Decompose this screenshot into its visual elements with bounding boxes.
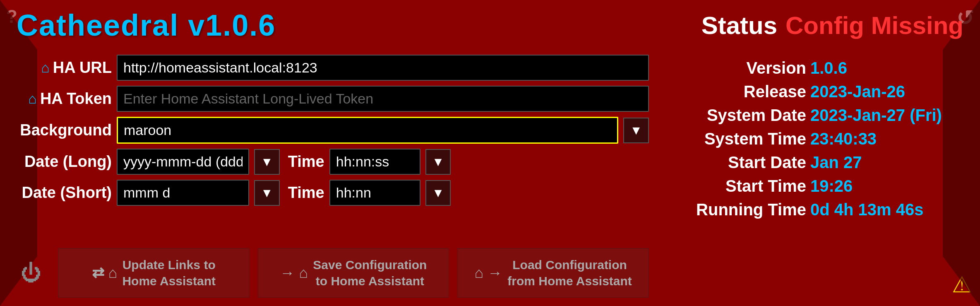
time-1-dropdown[interactable]: ▼ — [425, 149, 451, 175]
status-version-row: Version 1.0.6 — [674, 59, 963, 77]
start-time-value: 19:26 — [810, 177, 853, 195]
ha-token-row: ⌂ HA Token — [17, 86, 649, 112]
system-date-value: 2023-Jan-27 (Fri) — [810, 106, 942, 125]
ha-url-row: ⌂ HA URL — [17, 55, 649, 81]
title-row: Catheedral v1.0.6 Status Config Missing — [17, 8, 963, 42]
start-time-key: Start Time — [674, 177, 806, 195]
background-dropdown[interactable]: ▼ — [623, 118, 649, 143]
time-label-1: Time — [288, 153, 324, 171]
system-time-key: System Time — [674, 130, 806, 148]
background-label: Background — [17, 121, 112, 139]
update-links-icon: ⇄ ⌂ — [92, 264, 118, 282]
ha-token-input[interactable] — [117, 86, 649, 112]
time-2-input[interactable] — [329, 180, 420, 206]
date-short-row: Date (Short) ▼ Time ▼ — [17, 180, 649, 206]
ha-token-label: ⌂ HA Token — [17, 90, 112, 108]
system-time-value: 23:40:33 — [810, 130, 877, 148]
status-section: Status Config Missing — [701, 11, 963, 40]
date-short-dropdown[interactable]: ▼ — [254, 180, 280, 206]
start-date-value: Jan 27 — [810, 153, 862, 172]
status-system-date-row: System Date 2023-Jan-27 (Fri) — [674, 106, 963, 125]
status-release-row: Release 2023-Jan-26 — [674, 82, 963, 101]
date-long-label: Date (Long) — [17, 153, 112, 171]
ha-home-icon-token: ⌂ — [28, 91, 37, 107]
time-1-input[interactable] — [329, 149, 420, 175]
status-start-date-row: Start Date Jan 27 — [674, 153, 963, 172]
ha-url-input[interactable] — [117, 55, 649, 81]
status-running-time-row: Running Time 0d 4h 13m 46s — [674, 200, 963, 219]
time-label-2: Time — [288, 184, 324, 202]
load-config-button[interactable]: ⌂ → Load Configurationfrom Home Assistan… — [457, 248, 649, 298]
update-links-label: Update Links toHome Assistant — [122, 257, 216, 289]
status-value: Config Missing — [785, 11, 963, 40]
date-long-dropdown[interactable]: ▼ — [254, 149, 280, 175]
background-row: Background ▼ — [17, 117, 649, 144]
background-input[interactable] — [117, 117, 618, 144]
running-time-value: 0d 4h 13m 46s — [810, 200, 924, 219]
ha-home-icon-url: ⌂ — [41, 60, 50, 76]
save-config-label: Save Configurationto Home Assistant — [313, 257, 427, 289]
date-long-input[interactable] — [117, 149, 249, 175]
version-value: 1.0.6 — [810, 59, 847, 77]
status-info-panel: Version 1.0.6 Release 2023-Jan-26 System… — [674, 55, 963, 298]
version-key: Version — [674, 59, 806, 77]
load-config-icon: ⌂ → — [474, 264, 502, 282]
time-2-dropdown[interactable]: ▼ — [425, 180, 451, 206]
status-label: Status — [701, 11, 777, 40]
release-key: Release — [674, 82, 806, 101]
system-date-key: System Date — [674, 106, 806, 125]
date-short-label: Date (Short) — [17, 184, 112, 202]
load-config-label: Load Configurationfrom Home Assistant — [507, 257, 632, 289]
config-form: ⌂ HA URL ⌂ HA Token Background — [17, 55, 649, 298]
ha-url-label: ⌂ HA URL — [17, 59, 112, 77]
update-links-button[interactable]: ⇄ ⌂ Update Links toHome Assistant — [58, 248, 250, 298]
save-config-icon: → ⌂ — [280, 264, 308, 282]
date-long-row: Date (Long) ▼ Time ▼ — [17, 149, 649, 175]
buttons-row: ⏻ ⇄ ⌂ Update Links toHome Assistant → ⌂ … — [17, 248, 649, 298]
main-columns: ⌂ HA URL ⌂ HA Token Background — [17, 55, 963, 298]
running-time-key: Running Time — [674, 200, 806, 219]
status-start-time-row: Start Time 19:26 — [674, 177, 963, 195]
app-title: Catheedral v1.0.6 — [17, 8, 276, 42]
main-container: ? ↺ ⚠ Catheedral v1.0.6 Status Config Mi… — [0, 0, 980, 306]
save-config-button[interactable]: → ⌂ Save Configurationto Home Assistant — [258, 248, 449, 298]
status-system-time-row: System Time 23:40:33 — [674, 130, 963, 148]
release-value: 2023-Jan-26 — [810, 82, 905, 101]
power-button[interactable]: ⏻ — [17, 257, 46, 289]
start-date-key: Start Date — [674, 153, 806, 172]
date-short-input[interactable] — [117, 180, 249, 206]
